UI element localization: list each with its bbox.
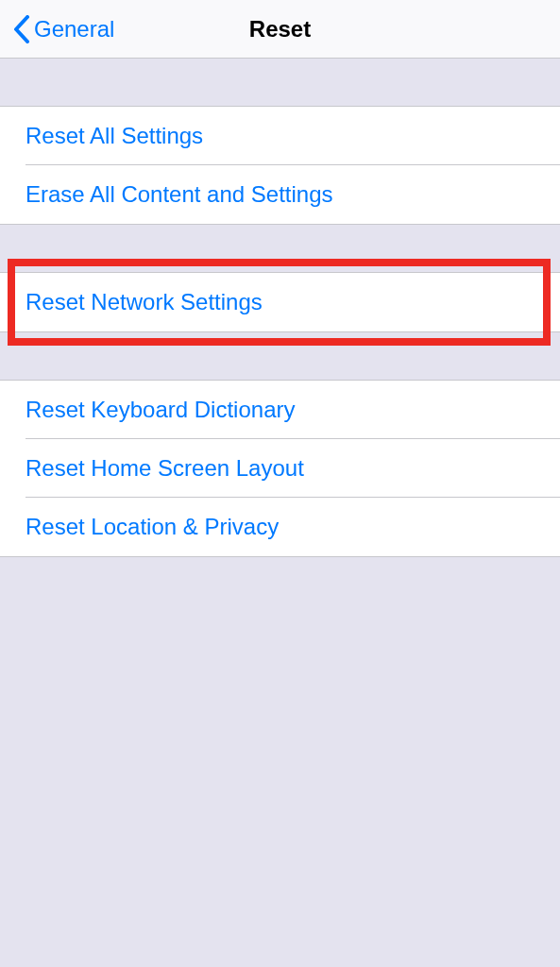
highlighted-group-wrap: Reset Network Settings xyxy=(0,272,560,332)
reset-network-settings-row[interactable]: Reset Network Settings xyxy=(0,273,560,331)
row-label: Reset Network Settings xyxy=(25,289,263,315)
row-label: Reset All Settings xyxy=(25,123,203,149)
row-label: Erase All Content and Settings xyxy=(25,181,333,208)
reset-keyboard-dictionary-row[interactable]: Reset Keyboard Dictionary xyxy=(0,381,560,439)
row-label: Reset Keyboard Dictionary xyxy=(25,397,295,423)
navigation-bar: General Reset xyxy=(0,0,560,59)
erase-all-content-row[interactable]: Erase All Content and Settings xyxy=(0,165,560,224)
settings-group: Reset Network Settings xyxy=(0,272,560,332)
reset-location-privacy-row[interactable]: Reset Location & Privacy xyxy=(0,498,560,556)
settings-group: Reset All Settings Erase All Content and… xyxy=(0,106,560,225)
row-label: Reset Home Screen Layout xyxy=(25,455,304,482)
settings-group: Reset Keyboard Dictionary Reset Home Scr… xyxy=(0,380,560,557)
group-spacer xyxy=(0,332,560,380)
back-label: General xyxy=(34,16,114,42)
reset-home-screen-layout-row[interactable]: Reset Home Screen Layout xyxy=(0,439,560,498)
group-spacer xyxy=(0,59,560,106)
group-spacer xyxy=(0,225,560,272)
reset-all-settings-row[interactable]: Reset All Settings xyxy=(0,107,560,165)
row-label: Reset Location & Privacy xyxy=(25,514,279,540)
back-button[interactable]: General xyxy=(0,15,114,43)
chevron-left-icon xyxy=(13,15,30,43)
